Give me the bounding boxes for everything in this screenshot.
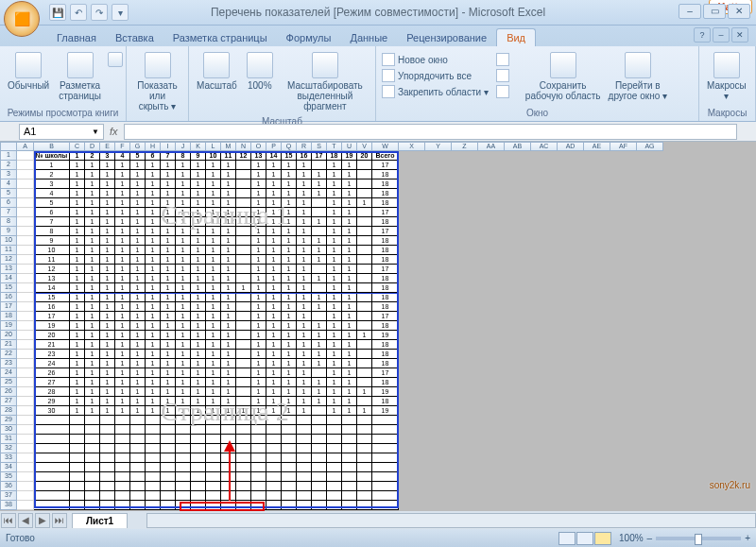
cell[interactable]: 1 [221,331,236,340]
cell[interactable]: 1 [251,387,266,397]
cell[interactable] [17,179,34,189]
col-header-Y[interactable]: Y [425,142,452,151]
col-header-S[interactable]: S [312,142,327,151]
cell[interactable]: 1 [146,340,161,350]
cell[interactable]: 1 [130,321,146,331]
cell[interactable]: 1 [357,387,372,397]
cell[interactable] [115,444,130,453]
row-header-25[interactable]: 25 [0,378,17,387]
cell[interactable]: 1 [176,246,191,255]
cell[interactable]: 4 [115,151,130,161]
cell[interactable]: 1 [312,179,327,189]
row-header-27[interactable]: 27 [0,397,17,406]
cell[interactable] [85,482,100,491]
cell[interactable]: 1 [176,350,191,359]
row-header-7[interactable]: 7 [0,208,17,217]
window-item-0[interactable]: Новое окно [380,52,490,67]
cell[interactable]: 1 [312,359,327,368]
cell[interactable]: 1 [100,217,115,227]
cell[interactable]: 1 [327,265,342,274]
cell[interactable]: 1 [282,208,297,217]
cell[interactable]: 1 [176,406,191,416]
cell[interactable]: 1 [342,331,357,340]
cell[interactable]: 1 [146,170,161,179]
cell[interactable] [357,236,372,246]
cell[interactable]: 1 [161,246,176,255]
select-all-corner[interactable] [0,142,17,151]
cell[interactable]: 1 [206,179,221,189]
cell[interactable]: № школы [34,151,70,161]
cell[interactable]: 1 [297,368,312,378]
cell[interactable]: 1 [161,359,176,368]
cell[interactable]: 1 [191,274,206,283]
cell[interactable]: 1 [115,217,130,227]
cell[interactable] [312,453,327,463]
cell[interactable]: 14 [34,283,70,293]
col-header-AG[interactable]: AG [637,142,663,151]
cell[interactable]: 2 [34,170,70,179]
cell[interactable] [115,491,130,501]
cell[interactable] [372,425,399,435]
cell[interactable]: 1 [176,397,191,406]
cell[interactable]: 1 [146,283,161,293]
cell[interactable]: 1 [130,350,146,359]
view-break-button[interactable] [594,532,611,545]
cell[interactable]: 17 [312,151,327,161]
cell[interactable] [266,472,282,482]
cell[interactable]: 1 [266,246,282,255]
cell[interactable]: 1 [70,170,85,179]
cell[interactable]: 1 [176,179,191,189]
cell[interactable] [236,387,251,397]
cell[interactable]: 1 [70,397,85,406]
cell[interactable]: 1 [206,312,221,321]
cell[interactable]: 1 [221,350,236,359]
row-header-22[interactable]: 22 [0,350,17,359]
cell[interactable]: 1 [191,170,206,179]
cell[interactable]: 1 [297,340,312,350]
cell[interactable]: 1 [206,293,221,302]
office-button[interactable]: 🟧 [4,1,40,37]
cell[interactable]: 17 [372,208,399,217]
cell[interactable]: 1 [176,198,191,208]
cell[interactable]: 1 [85,179,100,189]
cell[interactable]: 15 [282,151,297,161]
cell[interactable]: 3 [34,179,70,189]
cell[interactable]: 1 [161,274,176,283]
cell[interactable] [34,463,70,472]
cell[interactable]: 18 [372,378,399,387]
cell[interactable]: 18 [372,198,399,208]
cell[interactable]: 1 [221,246,236,255]
cell[interactable]: 13 [34,274,70,283]
cell[interactable]: 1 [251,406,266,416]
cell[interactable]: 1 [85,246,100,255]
cell[interactable]: 1 [130,302,146,312]
col-header-M[interactable]: M [221,142,236,151]
cell[interactable] [146,453,161,463]
cell[interactable]: 4 [34,189,70,198]
row-header-14[interactable]: 14 [0,274,17,283]
cell[interactable]: 1 [251,189,266,198]
cell[interactable] [297,482,312,491]
cell[interactable]: 1 [191,161,206,170]
cell[interactable]: 1 [100,340,115,350]
cell[interactable] [115,425,130,435]
cell[interactable] [191,435,206,444]
cell[interactable] [100,491,115,501]
cell[interactable]: 1 [297,170,312,179]
cell[interactable] [327,425,342,435]
cell[interactable]: 1 [297,274,312,283]
cell[interactable]: 1 [115,312,130,321]
row-header-6[interactable]: 6 [0,198,17,208]
cell[interactable]: 18 [372,302,399,312]
cell[interactable]: 1 [70,236,85,246]
cell[interactable] [236,350,251,359]
cell[interactable]: 1 [130,274,146,283]
cell[interactable]: 1 [297,350,312,359]
cell[interactable]: 7 [161,151,176,161]
cell[interactable] [130,501,146,510]
cell[interactable]: 1 [266,340,282,350]
cell[interactable]: 1 [297,331,312,340]
cell[interactable]: 1 [342,255,357,265]
cell[interactable]: 1 [176,331,191,340]
cell[interactable]: 30 [34,406,70,416]
